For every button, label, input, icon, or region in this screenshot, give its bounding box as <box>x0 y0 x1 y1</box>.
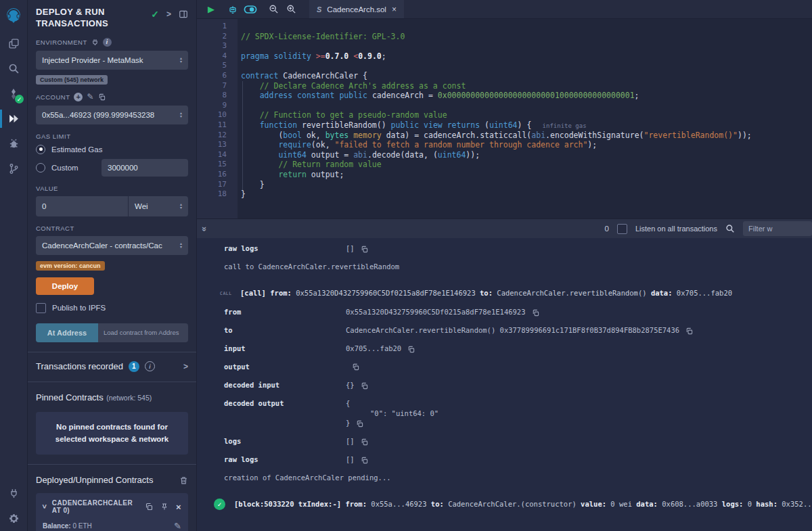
code-line[interactable]: 15 // Return random value <box>197 160 812 170</box>
terminal-detail-row: } <box>224 419 812 427</box>
add-account-icon[interactable]: + <box>74 93 83 101</box>
copy-icon[interactable] <box>361 438 368 446</box>
plugin-manager-icon[interactable] <box>0 481 27 506</box>
ai-toggle-icon[interactable] <box>242 0 259 18</box>
copy-icon[interactable] <box>532 309 539 317</box>
copy-icon[interactable] <box>361 457 368 464</box>
copy-account-icon[interactable] <box>98 93 106 101</box>
remix-logo-icon[interactable] <box>0 0 27 31</box>
value-input[interactable]: 0 <box>36 196 128 216</box>
environment-select[interactable]: Injected Provider - MetaMask ▴▾ <box>36 51 188 70</box>
code-line[interactable]: 8 address constant public cadenceArch = … <box>197 91 812 101</box>
terminal-output[interactable]: raw logs[]call to CadenceArchCaler.rever… <box>197 238 812 531</box>
terminal-row-label: decoded input <box>224 381 346 389</box>
git-icon[interactable] <box>0 156 27 181</box>
code-token: // Function to get a pseudo-random value <box>241 110 447 120</box>
code-line[interactable]: 18} <box>197 189 812 200</box>
terminal-row-value-text: 0x705...fab20 <box>346 344 401 352</box>
settings-icon[interactable] <box>0 506 27 531</box>
close-tab-icon[interactable]: × <box>392 5 397 14</box>
code-line[interactable]: 11 function revertibleRandom() public vi… <box>197 120 812 131</box>
code-line[interactable]: 7 // Declare Cadence Arch's address as a… <box>197 81 812 91</box>
terminal-row-value-text: { <box>346 399 350 407</box>
code-line[interactable]: 9 <box>197 101 812 111</box>
terminal-detail-row: logs[] <box>224 437 812 445</box>
block-token: 0x55a...46923 <box>371 500 431 508</box>
code-line[interactable]: 2// SPDX-License-Identifier: GPL-3.0 <box>197 32 812 42</box>
environment-info-icon[interactable]: i <box>103 38 112 47</box>
call-token: CadenceArchCaler.revertibleRandom() <box>497 289 651 297</box>
chevron-right-icon[interactable]: > <box>166 9 171 19</box>
deploy-run-icon[interactable] <box>0 106 27 131</box>
deploy-button[interactable]: Deploy <box>36 277 94 295</box>
code-line[interactable]: 4pragma solidity >=0.7.0 <0.9.0; <box>197 51 812 62</box>
remove-contract-icon[interactable]: × <box>176 502 181 512</box>
call-token: [call] <box>240 289 266 297</box>
code-line[interactable]: 6contract CadenceArchCaler { <box>197 71 812 81</box>
estimated-gas-radio[interactable] <box>36 145 45 154</box>
contract-select[interactable]: CadenceArchCaler - contracts/Cac ▴▾ <box>36 236 188 255</box>
terminal-row-value-text: [] <box>346 455 355 463</box>
deployed-contract-card: > CADENCEARCHCALER AT 0) × Balance: 0 ET… <box>36 493 188 531</box>
debugger-icon[interactable] <box>0 131 27 156</box>
solidity-compiler-icon[interactable]: ✓ <box>0 81 27 106</box>
search-icon[interactable] <box>0 56 27 81</box>
transactions-expand-icon[interactable]: > <box>183 362 188 371</box>
pin-panel-icon[interactable] <box>179 9 188 19</box>
code-line[interactable]: 17 } <box>197 180 812 190</box>
account-select[interactable]: 0x55a...46923 (999.9999453238 ▴▾ <box>36 106 188 124</box>
block-token: hash: <box>756 500 782 508</box>
copy-address-icon[interactable] <box>145 503 153 511</box>
tab-cadencearch-sol[interactable]: S CadenceArch.sol × <box>309 0 404 18</box>
at-address-input[interactable]: Load contract from Addres <box>98 323 188 342</box>
terminal-filter-input[interactable] <box>743 221 812 236</box>
copy-icon[interactable] <box>685 327 693 335</box>
code-line[interactable]: 12 (bool ok, bytes memory data) = cadenc… <box>197 131 812 141</box>
code-line[interactable]: 1 <box>197 22 812 32</box>
code-token: uint64 <box>241 150 311 160</box>
trash-icon[interactable] <box>179 476 188 485</box>
zoom-out-icon[interactable] <box>265 0 282 18</box>
copy-icon[interactable] <box>361 382 368 390</box>
custom-gas-radio[interactable] <box>36 163 45 172</box>
ai-assistant-icon[interactable] <box>224 0 242 18</box>
terminal-search-icon[interactable] <box>725 224 735 233</box>
copy-icon[interactable] <box>356 420 363 428</box>
code-line[interactable]: 13 require(ok, "failed to fetch a random… <box>197 140 812 150</box>
pin-contract-icon[interactable] <box>160 503 168 511</box>
file-explorer-icon[interactable] <box>0 31 27 56</box>
zoom-in-icon[interactable] <box>282 0 300 18</box>
code-line[interactable]: 3 <box>197 41 812 51</box>
code-token: infinite gas <box>531 122 586 129</box>
collapse-terminal-icon[interactable]: » <box>200 226 210 231</box>
publish-ipfs-checkbox[interactable] <box>36 303 46 313</box>
run-script-icon[interactable]: ▶ <box>202 0 220 18</box>
code-editor[interactable]: 12// SPDX-License-Identifier: GPL-3.034p… <box>197 19 812 218</box>
code-token: 0x00000000000000000000000100000000000000… <box>438 91 635 100</box>
value-unit-select[interactable]: Wei ▴▾ <box>129 196 188 216</box>
terminal-detail-row: "0": "uint64: 0" <box>224 409 812 417</box>
plug-icon[interactable] <box>91 39 99 46</box>
code-token: function <box>241 120 302 130</box>
select-arrows-icon: ▴▾ <box>180 57 182 64</box>
collapse-contract-icon[interactable]: > <box>41 505 49 509</box>
edit-balance-icon[interactable]: ✎ <box>174 522 181 530</box>
copy-icon[interactable] <box>407 346 415 353</box>
at-address-button[interactable]: At Address <box>36 323 98 342</box>
line-number: 3 <box>197 41 238 51</box>
copy-icon[interactable] <box>361 246 368 253</box>
code-token: 0.7.0 <box>325 51 354 61</box>
terminal-detail-row: output <box>224 363 812 371</box>
listen-checkbox[interactable] <box>617 224 627 234</box>
code-line[interactable]: 5 <box>197 61 812 71</box>
transactions-info-icon[interactable]: i <box>145 361 155 371</box>
code-line[interactable]: 16 return output; <box>197 170 812 180</box>
editor-toolbar: ▶ S CadenceArch.sol × <box>197 0 812 19</box>
copy-icon[interactable] <box>352 363 359 371</box>
code-line[interactable]: 10 // Function to get a pseudo-random va… <box>197 110 812 120</box>
terminal-detail-row: toCadenceArchCaler.revertibleRandom() 0x… <box>224 326 812 334</box>
custom-gas-input[interactable]: 3000000 <box>102 159 188 177</box>
terminal-row-value: { <box>346 399 350 407</box>
code-line[interactable]: 14 uint64 output = abi.decode(data, (uin… <box>197 150 812 160</box>
edit-account-icon[interactable]: ✎ <box>87 93 94 101</box>
